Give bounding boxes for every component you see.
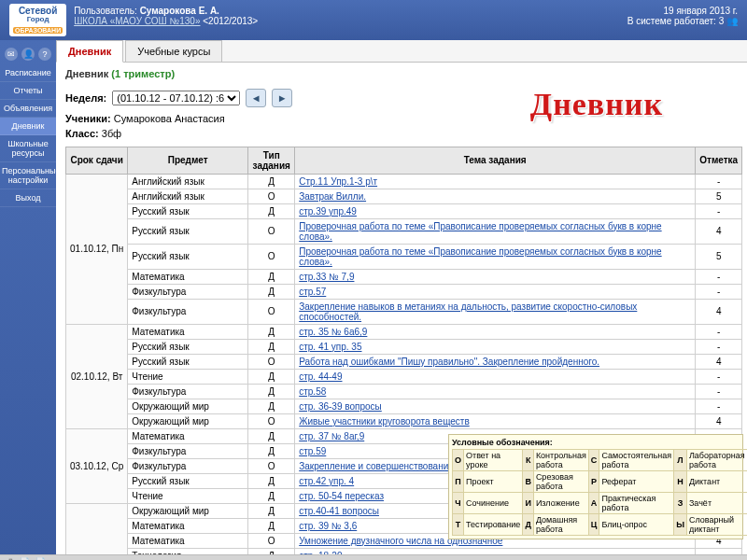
legend-key: З [674, 493, 687, 514]
legend-key: Ц [588, 514, 599, 536]
mark-cell: 5 [696, 244, 742, 269]
topic-cell: стр.57 [295, 284, 696, 299]
legend-value: Лабораторная работа [686, 450, 747, 471]
topic-cell: стр.39 упр.49 [295, 203, 696, 218]
table-row: Русский языкДстр.39 упр.49- [66, 203, 742, 218]
topic-link[interactable]: стр. 36-39 вопросы [299, 401, 382, 412]
legend-value: Домашняя работа [533, 514, 588, 536]
legend-value: Диктант [686, 471, 747, 493]
mark-cell: - [696, 203, 742, 218]
subject-cell: Математика [128, 324, 248, 339]
topic-link[interactable]: Стр.11 Упр.1-3 р\т [299, 176, 377, 187]
sidebar-item[interactable]: Расписание [0, 64, 56, 82]
legend-key: С [588, 450, 599, 471]
date-cell: 02.10.12, Вт [66, 324, 128, 428]
topic-link[interactable]: Закрепление навыков в метаниях на дально… [299, 301, 637, 322]
subject-cell: Русский язык [128, 244, 248, 269]
topic-link[interactable]: стр. 50-54 пересказ [299, 491, 384, 501]
legend-value: Зачёт [686, 493, 747, 514]
type-cell: О [248, 354, 295, 369]
subject-cell: Окружающий мир [128, 503, 248, 518]
topic-link[interactable]: стр.40-41 вопросы [299, 506, 379, 516]
subject-cell: Физкультура [128, 384, 248, 399]
topic-cell: стр. 44-49 [295, 369, 696, 384]
topic-link[interactable]: Завтрак Вилли. [299, 191, 366, 202]
subject-cell: Чтение [128, 369, 248, 384]
topic-cell: стр.33 № 7,9 [295, 269, 696, 284]
legend-key: В [523, 471, 534, 493]
doc2-icon[interactable]: 📄 [35, 557, 46, 561]
table-row: ФизкультураДстр.57- [66, 284, 742, 299]
type-cell: Д [248, 548, 295, 554]
topic-link[interactable]: Проверочная работа по теме «Правописание… [299, 221, 661, 242]
prev-week-button[interactable]: ◄ [246, 89, 266, 107]
topic-link[interactable]: Работа над ошибками "Пишу правильно". За… [299, 357, 599, 367]
topic-link[interactable]: стр.58 [299, 386, 326, 397]
topic-link[interactable]: стр. 41 упр. 35 [299, 342, 361, 352]
col-subject: Предмет [128, 147, 248, 174]
legend-value: Срезовая работа [533, 471, 588, 493]
type-cell: Д [248, 369, 295, 384]
table-row: 02.10.12, ВтМатематикаДстр. 35 № 6а6,9- [66, 324, 742, 339]
class-name: 3бф [102, 128, 121, 139]
subject-cell: Математика [128, 428, 248, 443]
legend-value: Реферат [599, 471, 674, 493]
next-week-button[interactable]: ► [272, 89, 292, 107]
status-bar: 🖨 📄 📄 [0, 554, 747, 560]
sidebar-item[interactable]: Школьные ресурсы [0, 135, 56, 162]
type-cell: О [248, 533, 295, 548]
user-icon[interactable]: 👤 [21, 48, 35, 61]
app-header: Сетевой Город ОБРАЗОВАНИ Пользователь: С… [0, 0, 747, 40]
table-row: Окружающий мирОЖивые участники круговоро… [66, 413, 742, 428]
week-select[interactable]: (01.10.12 - 07.10.12) :6 [112, 91, 240, 105]
print-icon[interactable]: 🖨 [6, 557, 14, 561]
legend-key: О [453, 450, 464, 471]
topic-link[interactable]: стр.57 [299, 287, 326, 297]
topic-link[interactable]: стр. 37 № 8аг,9 [299, 431, 364, 441]
topic-link[interactable]: стр. 18-20 [299, 551, 342, 554]
subject-cell: Окружающий мир [128, 399, 248, 413]
type-cell: О [248, 413, 295, 428]
user-name: Сумарокова Е. А. [140, 6, 219, 16]
type-cell: Д [248, 269, 295, 284]
sidebar-item[interactable]: Объявления [0, 100, 56, 118]
table-row: Русский языкДстр. 41 упр. 35- [66, 339, 742, 354]
tab[interactable]: Учебные курсы [125, 40, 222, 62]
topic-link[interactable]: стр. 35 № 6а6,9 [299, 327, 367, 337]
sidebar-item[interactable]: Выход [0, 189, 56, 207]
topic-link[interactable]: стр. 44-49 [299, 371, 342, 382]
legend-key: Л [674, 450, 687, 471]
sidebar-item[interactable]: Персональные настройки [0, 162, 56, 189]
topic-link[interactable]: Живые участники круговорота веществ [299, 416, 469, 427]
topic-cell: Закрепление навыков в метаниях на дально… [295, 299, 696, 324]
type-cell: Д [248, 174, 295, 189]
doc-icon[interactable]: 📄 [20, 557, 30, 561]
topic-link[interactable]: стр.42 упр. 4 [299, 476, 354, 486]
topic-cell: Стр.11 Упр.1-3 р\т [295, 174, 696, 189]
mark-cell: - [696, 269, 742, 284]
help-icon[interactable]: ? [38, 48, 51, 61]
legend-value: Самостоятельная работа [599, 450, 674, 471]
topic-link[interactable]: Проверочная работа по теме «Правописание… [299, 246, 661, 267]
student-name: Сумарокова Анастасия [114, 113, 225, 124]
legend-value: Сочинение [464, 493, 523, 514]
school-link[interactable]: ШКОЛА «МАОУ СОШ №130» [74, 16, 200, 26]
topic-link[interactable]: стр. 39 № 3,6 [299, 521, 357, 531]
sidebar-item[interactable]: Дневник [0, 118, 56, 135]
date-cell: 01.10.12, Пн [66, 174, 128, 324]
topic-cell: Проверочная работа по теме «Правописание… [295, 244, 696, 269]
topic-link[interactable]: стр.39 упр.49 [299, 206, 357, 217]
mail-icon[interactable]: ✉ [5, 48, 18, 61]
subject-cell: Русский язык [128, 339, 248, 354]
type-cell: Д [248, 203, 295, 218]
col-topic: Тема задания [295, 147, 696, 174]
week-label: Неделя: [65, 92, 106, 104]
sidebar-item[interactable]: Отчеты [0, 82, 56, 100]
subject-cell: Математика [128, 269, 248, 284]
table-row: Русский языкОПроверочная работа по теме … [66, 244, 742, 269]
col-date: Срок сдачи [66, 147, 128, 174]
users-icon: 👥 [726, 16, 738, 26]
topic-link[interactable]: стр.33 № 7,9 [299, 272, 354, 282]
topic-link[interactable]: стр.59 [299, 446, 326, 456]
tab[interactable]: Дневник [56, 40, 123, 63]
